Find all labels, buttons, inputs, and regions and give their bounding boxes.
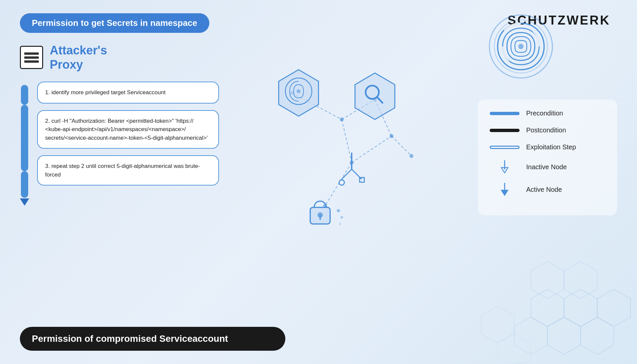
step-2-text: 2. curl -H "Authorization: Bearer <permi… bbox=[45, 118, 208, 141]
active-node-icon bbox=[490, 183, 520, 196]
legend-inactive-node: Inactive Node bbox=[490, 160, 605, 174]
main-container: SCHUTZWERK Permission to get Secrets in … bbox=[0, 0, 637, 364]
svg-point-12 bbox=[518, 44, 524, 49]
attacker-title: Attacker's Proxy bbox=[50, 43, 107, 72]
step-1-text: 1. identify more privileged target Servi… bbox=[45, 89, 166, 96]
legend-active-node: Active Node bbox=[490, 183, 605, 196]
svg-point-21 bbox=[340, 117, 344, 121]
step-3-box: 3. repeat step 2 until correct 5-digit-a… bbox=[37, 155, 219, 185]
postcondition-line-icon bbox=[490, 129, 520, 132]
header-pill: Permission to get Secrets in namespace bbox=[20, 13, 209, 33]
svg-line-15 bbox=[342, 119, 352, 163]
svg-point-28 bbox=[297, 89, 301, 93]
legend-precondition: Precondition bbox=[490, 109, 605, 117]
precondition-line-icon bbox=[490, 112, 520, 115]
legend-postcondition: Postcondition bbox=[490, 126, 605, 134]
svg-line-18 bbox=[325, 163, 352, 206]
exploitation-label: Exploitation Step bbox=[526, 143, 576, 151]
legend-panel: Precondition Postcondition Exploitation … bbox=[478, 100, 617, 215]
attacker-title-row: Attacker's Proxy bbox=[20, 43, 219, 72]
server-icon bbox=[20, 46, 43, 69]
svg-line-17 bbox=[352, 136, 391, 163]
rail-arrow bbox=[20, 198, 29, 206]
postcondition-label: Postcondition bbox=[526, 126, 566, 134]
svg-point-24 bbox=[389, 134, 393, 138]
svg-point-26 bbox=[409, 154, 413, 158]
step-2-box: 2. curl -H "Authorization: Bearer <permi… bbox=[37, 110, 219, 149]
svg-line-19 bbox=[391, 136, 411, 156]
bottom-pill: Permission of compromised Serviceaccount bbox=[20, 327, 285, 351]
svg-point-35 bbox=[339, 180, 344, 185]
svg-marker-29 bbox=[355, 73, 395, 119]
exploitation-line-icon bbox=[490, 146, 520, 149]
vertical-rail bbox=[20, 85, 29, 206]
inactive-node-label: Inactive Node bbox=[526, 163, 567, 171]
svg-marker-46 bbox=[501, 190, 508, 195]
network-area bbox=[226, 43, 458, 275]
step-3-text: 3. repeat step 2 until correct 5-digit-a… bbox=[45, 163, 200, 178]
svg-point-41 bbox=[340, 216, 343, 219]
step-1-box: 1. identify more privileged target Servi… bbox=[37, 82, 219, 104]
steps-container: 1. identify more privileged target Servi… bbox=[37, 82, 219, 185]
svg-point-40 bbox=[337, 209, 340, 212]
legend-exploitation: Exploitation Step bbox=[490, 143, 605, 151]
left-section: Attacker's Proxy 1. identify more privil… bbox=[20, 43, 219, 206]
inactive-node-icon bbox=[490, 160, 520, 174]
svg-point-42 bbox=[339, 223, 341, 225]
active-node-label: Active Node bbox=[526, 186, 562, 193]
fingerprint-large-icon bbox=[488, 13, 554, 80]
precondition-label: Precondition bbox=[526, 109, 563, 117]
steps-area: 1. identify more privileged target Servi… bbox=[20, 82, 219, 206]
